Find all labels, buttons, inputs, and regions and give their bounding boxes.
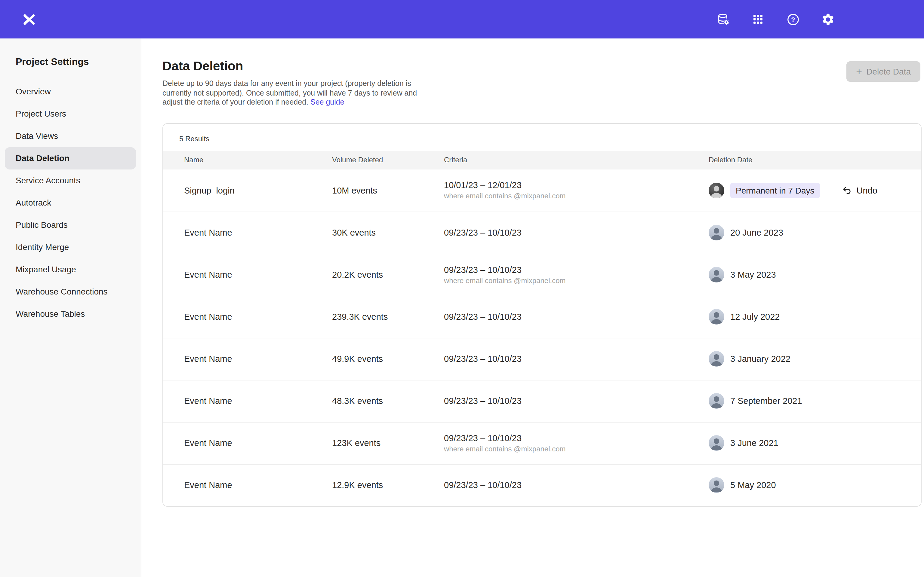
sidebar-item-data-views[interactable]: Data Views xyxy=(5,125,136,147)
row-volume: 49.9K events xyxy=(332,354,444,364)
user-avatar xyxy=(709,182,724,198)
undo-icon xyxy=(841,185,851,195)
deletion-status-chip: Permanent in 7 Days xyxy=(730,182,820,198)
topbar: ? xyxy=(0,0,924,39)
results-card: 5 Results Name Volume Deleted Criteria D… xyxy=(162,123,922,506)
undo-button[interactable]: Undo xyxy=(841,185,877,195)
deletion-date-text: 7 September 2021 xyxy=(730,396,802,406)
table-row: Event Name239.3K events09/23/23 – 10/10/… xyxy=(163,295,921,337)
criteria-range: 09/23/23 – 10/10/23 xyxy=(444,354,700,364)
page-description-text: Delete up to 90 days data for any event … xyxy=(162,79,417,106)
row-name: Event Name xyxy=(184,480,332,490)
row-name: Event Name xyxy=(184,354,332,364)
row-deletion-date: 20 June 2023 xyxy=(709,225,921,240)
sidebar-item-public-boards[interactable]: Public Boards xyxy=(5,214,136,236)
user-avatar xyxy=(709,225,724,240)
sidebar-item-autotrack[interactable]: Autotrack xyxy=(5,192,136,214)
row-volume: 123K events xyxy=(332,438,444,448)
help-icon[interactable]: ? xyxy=(781,7,805,31)
user-avatar xyxy=(709,309,724,324)
app-root: ? Project Settings OverviewProject Users… xyxy=(0,0,924,577)
deletion-date-text: 5 May 2020 xyxy=(730,480,776,490)
topbar-actions: ? xyxy=(711,7,840,31)
table-row: Event Name30K events09/23/23 – 10/10/232… xyxy=(163,211,921,253)
criteria-subtext: where email contains @mixpanel.com xyxy=(444,445,700,453)
user-avatar xyxy=(709,393,724,409)
criteria-range: 09/23/23 – 10/10/23 xyxy=(444,396,700,406)
row-deletion-date: 3 June 2021 xyxy=(709,435,921,451)
sidebar-item-project-users[interactable]: Project Users xyxy=(5,103,136,125)
column-header-criteria: Criteria xyxy=(444,156,709,164)
criteria-range: 09/23/23 – 10/10/23 xyxy=(444,312,700,322)
row-criteria: 09/23/23 – 10/10/23where email contains … xyxy=(444,433,709,453)
user-avatar xyxy=(709,435,724,451)
row-volume: 30K events xyxy=(332,228,444,237)
sidebar-item-overview[interactable]: Overview xyxy=(5,81,136,103)
row-criteria: 09/23/23 – 10/10/23 xyxy=(444,312,709,322)
table-row: Event Name49.9K events09/23/23 – 10/10/2… xyxy=(163,337,921,380)
row-volume: 12.9K events xyxy=(332,480,444,490)
mixpanel-logo[interactable] xyxy=(18,8,40,30)
deletion-date-text: 12 July 2022 xyxy=(730,312,780,322)
svg-text:?: ? xyxy=(791,16,795,23)
page-description: Delete up to 90 days data for any event … xyxy=(162,79,431,107)
row-deletion-date: 3 January 2022 xyxy=(709,351,921,367)
row-deletion-date: 12 July 2022 xyxy=(709,309,921,324)
row-criteria: 09/23/23 – 10/10/23 xyxy=(444,396,709,406)
row-name: Signup_login xyxy=(184,185,332,195)
mixpanel-logo-icon xyxy=(22,12,36,26)
results-count: 5 Results xyxy=(163,124,921,151)
deletion-date-text: 3 May 2023 xyxy=(730,270,776,279)
undo-label: Undo xyxy=(856,185,877,195)
row-volume: 48.3K events xyxy=(332,396,444,406)
sidebar: Project Settings OverviewProject UsersDa… xyxy=(0,39,141,577)
row-name: Event Name xyxy=(184,312,332,322)
table-row: Event Name20.2K events09/23/23 – 10/10/2… xyxy=(163,253,921,295)
row-deletion-date: Permanent in 7 DaysUndo xyxy=(709,182,921,198)
delete-data-label: Delete Data xyxy=(866,67,911,76)
column-header-name: Name xyxy=(184,156,332,164)
main-content: Data Deletion Delete up to 90 days data … xyxy=(141,39,924,577)
row-criteria: 09/23/23 – 10/10/23 xyxy=(444,480,709,490)
apps-grid-icon[interactable] xyxy=(746,7,770,31)
sidebar-item-data-deletion[interactable]: Data Deletion xyxy=(5,147,136,169)
sidebar-item-mixpanel-usage[interactable]: Mixpanel Usage xyxy=(5,258,136,281)
see-guide-link[interactable]: See guide xyxy=(310,98,344,106)
sidebar-item-warehouse-tables[interactable]: Warehouse Tables xyxy=(5,303,136,325)
sidebar-item-service-accounts[interactable]: Service Accounts xyxy=(5,169,136,192)
criteria-range: 09/23/23 – 10/10/23 xyxy=(444,265,700,274)
row-volume: 20.2K events xyxy=(332,270,444,279)
sidebar-title: Project Settings xyxy=(0,56,141,67)
settings-icon[interactable] xyxy=(816,7,840,31)
row-name: Event Name xyxy=(184,396,332,406)
row-deletion-date: 7 September 2021 xyxy=(709,393,921,409)
criteria-subtext: where email contains @mixpanel.com xyxy=(444,276,700,285)
row-name: Event Name xyxy=(184,270,332,279)
criteria-range: 09/23/23 – 10/10/23 xyxy=(444,433,700,443)
table-body: Signup_login10M events10/01/23 – 12/01/2… xyxy=(163,169,921,506)
row-deletion-date: 5 May 2020 xyxy=(709,477,921,493)
column-header-volume: Volume Deleted xyxy=(332,156,444,164)
row-volume: 239.3K events xyxy=(332,312,444,322)
table-row: Event Name12.9K events09/23/23 – 10/10/2… xyxy=(163,464,921,506)
criteria-range: 10/01/23 – 12/01/23 xyxy=(444,180,700,190)
sidebar-item-identity-merge[interactable]: Identity Merge xyxy=(5,236,136,258)
user-avatar xyxy=(709,477,724,493)
row-deletion-date: 3 May 2023 xyxy=(709,267,921,282)
sidebar-item-warehouse-connections[interactable]: Warehouse Connections xyxy=(5,281,136,303)
page-title: Data Deletion xyxy=(162,59,431,73)
table-row: Signup_login10M events10/01/23 – 12/01/2… xyxy=(163,169,921,211)
column-header-deletion-date: Deletion Date xyxy=(709,156,921,164)
user-avatar xyxy=(709,351,724,367)
deletion-date-text: 3 January 2022 xyxy=(730,354,790,364)
row-name: Event Name xyxy=(184,228,332,237)
row-criteria: 09/23/23 – 10/10/23 xyxy=(444,228,709,237)
criteria-range: 09/23/23 – 10/10/23 xyxy=(444,228,700,237)
row-criteria: 09/23/23 – 10/10/23where email contains … xyxy=(444,265,709,285)
row-volume: 10M events xyxy=(332,185,444,195)
criteria-subtext: where email contains @mixpanel.com xyxy=(444,192,700,200)
user-avatar xyxy=(709,267,724,282)
plus-icon: + xyxy=(856,66,862,77)
delete-data-button[interactable]: + Delete Data xyxy=(846,61,921,82)
data-management-icon[interactable] xyxy=(711,7,735,31)
